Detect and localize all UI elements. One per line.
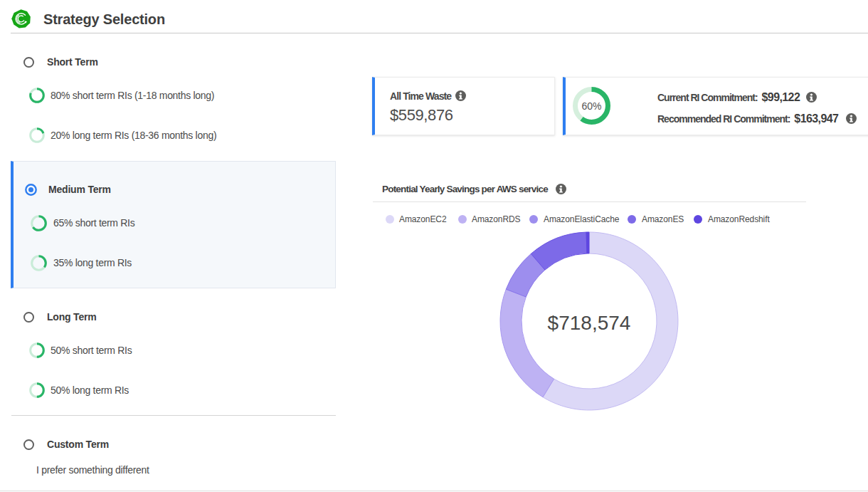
svg-text:60%: 60% xyxy=(581,100,601,112)
